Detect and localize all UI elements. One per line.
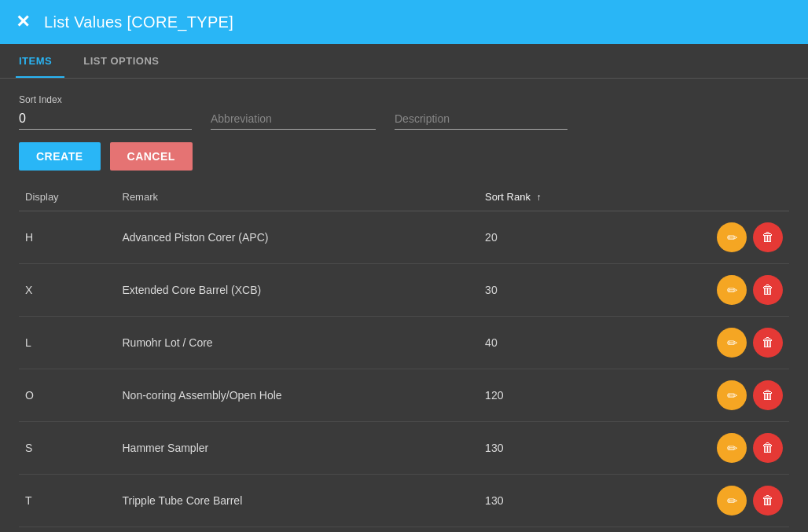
cell-actions: ✏ 🗑 [623,264,789,317]
col-display: Display [19,183,116,211]
sort-index-input[interactable] [19,108,192,130]
cell-remark: Non-rotating Core Barrel [116,527,479,533]
edit-button[interactable]: ✏ [717,328,747,358]
dialog-header: ✕ List Values [CORE_TYPE] [0,0,808,44]
edit-button[interactable]: ✏ [717,222,747,252]
cell-remark: Advanced Piston Corer (APC) [116,211,479,264]
edit-button[interactable]: ✏ [717,433,747,463]
form-buttons: CREATE CANCEL [19,142,789,171]
cell-remark: Non-coring Assembly/Open Hole [116,369,479,422]
sort-index-field: Sort Index [19,94,192,130]
form-area: Sort Index CREATE CANCEL [0,79,808,183]
cell-sort-rank: 120 [479,369,623,422]
cell-remark: Extended Core Barrel (XCB) [116,264,479,317]
tab-list-options[interactable]: LIST OPTIONS [80,44,171,78]
cell-sort-rank: 130 [479,475,623,527]
cell-display: N [19,527,116,533]
description-field [395,108,567,130]
col-remark: Remark [116,183,479,211]
cell-display: H [19,211,116,264]
edit-button[interactable]: ✏ [717,275,747,305]
form-row: Sort Index [19,94,789,130]
cell-remark: Tripple Tube Core Barrel [116,475,479,527]
table-header-row: Display Remark Sort Rank ↑ [19,183,789,211]
cell-display: X [19,264,116,317]
table-row: L Rumohr Lot / Core 40 ✏ 🗑 [19,317,789,369]
sort-index-label: Sort Index [19,94,192,105]
table-row: N Non-rotating Core Barrel 140 ✏ 🗑 [19,527,789,533]
cell-display: S [19,422,116,475]
col-actions [623,183,789,211]
items-table: Display Remark Sort Rank ↑ H Advanced Pi… [19,183,789,532]
cell-sort-rank: 140 [479,527,623,533]
table-row: S Hammer Sampler 130 ✏ 🗑 [19,422,789,475]
description-input[interactable] [395,108,567,130]
abbreviation-field [211,108,376,130]
delete-button[interactable]: 🗑 [753,486,783,515]
edit-button[interactable]: ✏ [717,486,747,515]
cell-actions: ✏ 🗑 [623,369,789,422]
delete-button[interactable]: 🗑 [753,222,783,252]
tab-bar: ITEMS LIST OPTIONS [0,44,808,79]
cancel-button[interactable]: CANCEL [110,142,193,171]
cell-sort-rank: 130 [479,422,623,475]
tab-items[interactable]: ITEMS [16,44,64,78]
create-button[interactable]: CREATE [19,142,101,171]
cell-actions: ✏ 🗑 [623,422,789,475]
cell-sort-rank: 40 [479,317,623,369]
cell-actions: ✏ 🗑 [623,527,789,533]
delete-button[interactable]: 🗑 [753,275,783,305]
cell-remark: Hammer Sampler [116,422,479,475]
table-row: H Advanced Piston Corer (APC) 20 ✏ 🗑 [19,211,789,264]
cell-actions: ✏ 🗑 [623,211,789,264]
cell-remark: Rumohr Lot / Core [116,317,479,369]
col-sort-rank[interactable]: Sort Rank ↑ [479,183,623,211]
dialog-title: List Values [CORE_TYPE] [44,13,233,31]
delete-button[interactable]: 🗑 [753,328,783,358]
edit-button[interactable]: ✏ [717,380,747,410]
cell-actions: ✏ 🗑 [623,475,789,527]
table-row: X Extended Core Barrel (XCB) 30 ✏ 🗑 [19,264,789,317]
close-icon[interactable]: ✕ [16,13,30,31]
table-row: T Tripple Tube Core Barrel 130 ✏ 🗑 [19,475,789,527]
table-row: O Non-coring Assembly/Open Hole 120 ✏ 🗑 [19,369,789,422]
delete-button[interactable]: 🗑 [753,433,783,463]
delete-button[interactable]: 🗑 [753,380,783,410]
cell-sort-rank: 20 [479,211,623,264]
cell-actions: ✏ 🗑 [623,317,789,369]
sort-asc-icon: ↑ [537,192,542,203]
table-container: Display Remark Sort Rank ↑ H Advanced Pi… [0,183,808,532]
cell-display: L [19,317,116,369]
cell-display: T [19,475,116,527]
abbreviation-input[interactable] [211,108,376,130]
dialog-content: ITEMS LIST OPTIONS Sort Index CREATE CAN… [0,44,808,532]
cell-display: O [19,369,116,422]
cell-sort-rank: 30 [479,264,623,317]
